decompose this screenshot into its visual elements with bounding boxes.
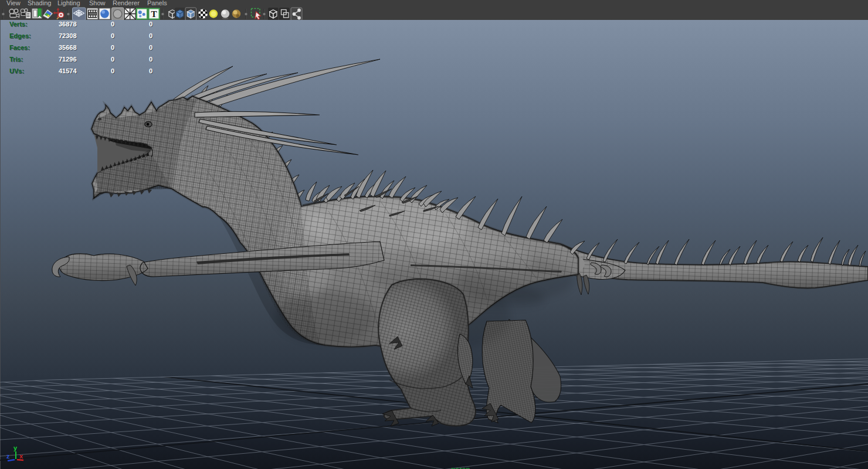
svg-text:y: y — [13, 444, 18, 451]
svg-text:T: T — [151, 9, 157, 19]
svg-text:x: x — [19, 453, 23, 460]
svg-text:z: z — [6, 453, 10, 460]
